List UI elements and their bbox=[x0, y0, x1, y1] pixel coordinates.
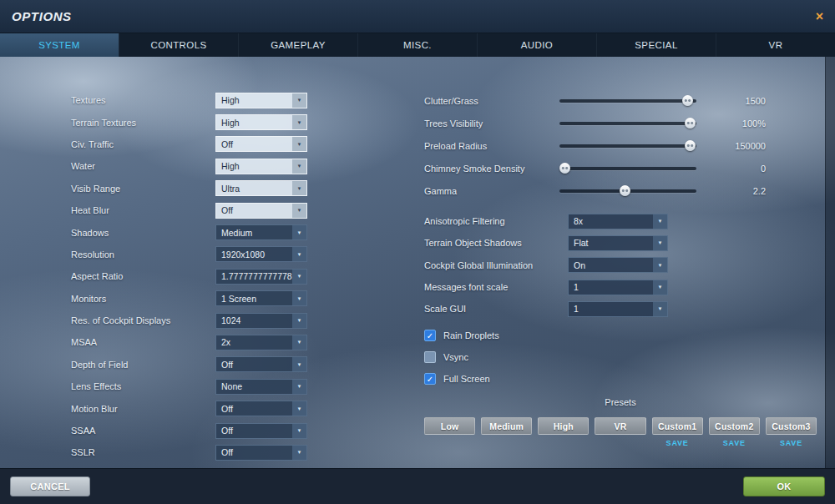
slider-trees-visibility[interactable] bbox=[559, 118, 696, 129]
slider-thumb[interactable] bbox=[685, 140, 696, 151]
slider-row: Clutter/Grass1500 bbox=[424, 89, 822, 112]
chevron-down-icon[interactable]: ▼ bbox=[292, 401, 306, 416]
dropdown-terrain-textures[interactable]: High▼ bbox=[215, 114, 307, 130]
dropdown-textures[interactable]: High▼ bbox=[215, 93, 307, 108]
preset-button-custom3[interactable]: Custom3 bbox=[766, 417, 817, 435]
preset-button-custom1[interactable]: Custom1 bbox=[652, 417, 703, 435]
setting-label: Lens Effects bbox=[71, 381, 215, 391]
chevron-down-icon[interactable]: ▼ bbox=[292, 115, 306, 129]
cancel-button[interactable]: CANCEL bbox=[10, 476, 90, 496]
save-link-custom2[interactable]: SAVE bbox=[709, 439, 760, 447]
chevron-down-icon[interactable]: ▼ bbox=[292, 181, 306, 195]
chevron-down-icon[interactable]: ▼ bbox=[292, 93, 306, 108]
dropdown-motion-blur[interactable]: Off▼ bbox=[215, 401, 307, 416]
dropdown-resolution[interactable]: 1920x1080▼ bbox=[215, 246, 307, 262]
dropdown-anisotropic-filtering[interactable]: 8x▼ bbox=[568, 214, 668, 229]
chevron-down-icon[interactable]: ▼ bbox=[292, 357, 306, 371]
checkbox-row: ✓Rain Droplets bbox=[424, 325, 822, 346]
preset-button-custom2[interactable]: Custom2 bbox=[709, 417, 760, 435]
chevron-down-icon[interactable]: ▼ bbox=[653, 214, 667, 229]
dropdown-msaa[interactable]: 2x▼ bbox=[215, 335, 307, 350]
dropdown-heat-blur[interactable]: Off▼ bbox=[215, 203, 307, 219]
chevron-down-icon[interactable]: ▼ bbox=[292, 446, 306, 460]
slider-thumb[interactable] bbox=[685, 118, 696, 129]
dropdown-civ-traffic[interactable]: Off▼ bbox=[215, 136, 307, 152]
save-link-custom3[interactable]: SAVE bbox=[766, 439, 817, 447]
setting-label: Terrain Textures bbox=[71, 118, 215, 128]
chevron-down-icon[interactable]: ▼ bbox=[292, 225, 306, 239]
dropdown-monitors[interactable]: 1 Screen▼ bbox=[215, 290, 307, 306]
chevron-down-icon[interactable]: ▼ bbox=[653, 236, 667, 250]
dropdown-sslr[interactable]: Off▼ bbox=[215, 445, 307, 461]
slider-thumb[interactable] bbox=[620, 185, 630, 196]
chevron-down-icon[interactable]: ▼ bbox=[292, 424, 306, 438]
dropdown-lens-effects[interactable]: None▼ bbox=[215, 379, 307, 395]
slider-row: Preload Radius150000 bbox=[424, 134, 822, 157]
chevron-down-icon[interactable]: ▼ bbox=[292, 380, 306, 394]
tab-misc[interactable]: MISC. bbox=[357, 33, 477, 57]
chevron-down-icon[interactable]: ▼ bbox=[653, 280, 667, 295]
dropdown-depth-of-field[interactable]: Off▼ bbox=[215, 356, 307, 372]
chevron-down-icon[interactable]: ▼ bbox=[292, 159, 306, 174]
preset-button-medium[interactable]: Medium bbox=[481, 417, 532, 435]
tab-vr[interactable]: VR bbox=[716, 33, 835, 57]
dropdown-cockpit-global-illumination[interactable]: On▼ bbox=[568, 257, 668, 273]
dropdown-terrain-object-shadows[interactable]: Flat▼ bbox=[568, 235, 668, 251]
setting-row: ShadowsMedium▼ bbox=[71, 221, 307, 243]
scrollbar[interactable] bbox=[825, 57, 835, 469]
chevron-down-icon[interactable]: ▼ bbox=[292, 137, 306, 151]
setting-row: Messages font scale1▼ bbox=[424, 276, 822, 298]
chevron-down-icon[interactable]: ▼ bbox=[653, 302, 667, 316]
chevron-down-icon[interactable]: ▼ bbox=[292, 335, 306, 350]
slider-thumb[interactable] bbox=[559, 163, 570, 174]
chevron-down-icon[interactable]: ▼ bbox=[292, 270, 306, 284]
checkbox-vsync[interactable] bbox=[424, 351, 436, 363]
ok-button[interactable]: OK bbox=[743, 476, 825, 496]
preset-save-links: SAVESAVESAVE bbox=[424, 439, 817, 447]
save-slot-empty bbox=[595, 439, 645, 447]
slider-gamma[interactable] bbox=[559, 185, 696, 197]
dropdown-water[interactable]: High▼ bbox=[215, 159, 307, 174]
slider-row: Gamma2.2 bbox=[424, 179, 822, 202]
tab-system[interactable]: SYSTEM bbox=[0, 33, 119, 57]
setting-label: Aspect Ratio bbox=[71, 271, 215, 281]
checkbox-full-screen[interactable]: ✓ bbox=[424, 373, 436, 385]
slider-thumb[interactable] bbox=[682, 95, 693, 106]
dropdown-res-of-cockpit-displays[interactable]: 1024▼ bbox=[215, 313, 307, 329]
slider-clutter-grass[interactable] bbox=[559, 95, 696, 107]
dropdown-aspect-ratio[interactable]: 1.7777777777778▼ bbox=[215, 269, 307, 285]
chevron-down-icon[interactable]: ▼ bbox=[292, 314, 306, 328]
slider-preload-radius[interactable] bbox=[559, 140, 696, 152]
dropdown-visib-range[interactable]: Ultra▼ bbox=[215, 180, 307, 196]
preset-button-low[interactable]: Low bbox=[424, 417, 475, 435]
tab-controls[interactable]: CONTROLS bbox=[119, 33, 238, 57]
dropdown-value: Medium bbox=[216, 225, 292, 239]
close-icon[interactable]: × bbox=[816, 10, 823, 23]
dropdown-ssaa[interactable]: Off▼ bbox=[215, 423, 307, 439]
chevron-down-icon[interactable]: ▼ bbox=[653, 258, 667, 272]
setting-row: Civ. TrafficOff▼ bbox=[71, 134, 307, 155]
save-slot-empty bbox=[424, 439, 475, 447]
chevron-down-icon[interactable]: ▼ bbox=[292, 291, 306, 305]
chevron-down-icon[interactable]: ▼ bbox=[292, 247, 306, 261]
dropdown-value: High bbox=[216, 115, 292, 129]
setting-row: Visib RangeUltra▼ bbox=[71, 178, 307, 199]
dropdown-scale-gui[interactable]: 1▼ bbox=[568, 301, 668, 317]
chevron-down-icon[interactable]: ▼ bbox=[292, 204, 306, 218]
dropdown-value: Off bbox=[216, 424, 292, 438]
preset-button-high[interactable]: High bbox=[538, 417, 589, 435]
tab-audio[interactable]: AUDIO bbox=[477, 33, 596, 57]
setting-label: Civ. Traffic bbox=[71, 139, 215, 149]
slider-chimney-smoke-density[interactable] bbox=[559, 163, 696, 174]
setting-row: Lens EffectsNone▼ bbox=[71, 375, 307, 397]
save-link-custom1[interactable]: SAVE bbox=[652, 439, 703, 447]
tab-gameplay[interactable]: GAMEPLAY bbox=[238, 33, 357, 57]
preset-button-vr[interactable]: VR bbox=[595, 417, 645, 435]
checkbox-rain-droplets[interactable]: ✓ bbox=[424, 330, 436, 341]
dropdown-value: On bbox=[569, 258, 653, 272]
dropdown-messages-font-scale[interactable]: 1▼ bbox=[568, 280, 668, 295]
tab-special[interactable]: SPECIAL bbox=[596, 33, 716, 57]
dropdown-shadows[interactable]: Medium▼ bbox=[215, 224, 307, 240]
setting-row: Aspect Ratio1.7777777777778▼ bbox=[71, 265, 307, 287]
dropdown-value: 1 bbox=[569, 280, 653, 295]
